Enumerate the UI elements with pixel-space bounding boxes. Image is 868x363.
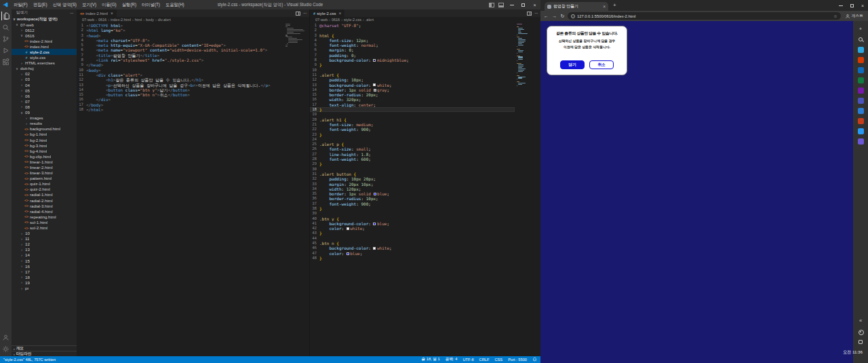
favorites-star-icon[interactable]: ☆ bbox=[833, 14, 837, 18]
tree-item-07[interactable]: ›07 bbox=[12, 98, 77, 104]
tree-item-style-css[interactable]: #style.css bbox=[12, 55, 77, 60]
tab-style-2-css[interactable]: # style-2.css × bbox=[310, 9, 344, 17]
minimap[interactable] bbox=[285, 24, 307, 47]
tree-item-bg-2-html[interactable]: <>bg-2.html bbox=[12, 137, 77, 142]
browser-maximize-button[interactable] bbox=[846, 0, 857, 11]
menu-item-1[interactable]: 편집(E) bbox=[31, 0, 50, 9]
workspace-section[interactable]: ∨ workspace(작업 영역) bbox=[12, 16, 77, 22]
tree-item-quiz-1-html[interactable]: <>quiz-1.html bbox=[12, 181, 77, 187]
tree-item-radial-4-html[interactable]: <>radial-4.html bbox=[12, 208, 77, 214]
collapse-sidebar-icon[interactable]: « bbox=[857, 317, 864, 324]
toggle-sidebar-icon[interactable] bbox=[489, 3, 494, 7]
forward-icon[interactable]: → bbox=[551, 14, 557, 18]
tree-item-pr[interactable]: ›pr bbox=[12, 286, 77, 291]
more-actions-icon[interactable]: ··· bbox=[534, 11, 538, 16]
live-server-port[interactable]: Port : 5500 bbox=[508, 358, 527, 362]
tree-item-0612[interactable]: ›0612 bbox=[12, 27, 77, 33]
browser-minimize-button[interactable] bbox=[835, 0, 846, 11]
menu-item-7[interactable]: 도움말(H) bbox=[163, 0, 187, 9]
tree-item-18[interactable]: ›18 bbox=[12, 274, 77, 280]
encoding[interactable]: UTF-8 bbox=[462, 358, 473, 362]
breadcrumb-item[interactable]: div.alert bbox=[158, 18, 171, 22]
indentation[interactable]: 공백: 4 bbox=[446, 357, 458, 362]
tree-item-radial-3-html[interactable]: <>radial-3.html bbox=[12, 203, 77, 208]
breadcrumb-item[interactable]: 0616 bbox=[332, 18, 340, 22]
tree-item-0616[interactable]: ∨0616 bbox=[12, 33, 77, 38]
tree-item-repeating-html[interactable]: <>repeating.html bbox=[12, 214, 77, 219]
tree-item-19[interactable]: ›19 bbox=[12, 280, 77, 285]
tree-item-07-web[interactable]: ∨07-web bbox=[12, 22, 77, 27]
tree-item-radial-2-html[interactable]: <>radial-2.html bbox=[12, 197, 77, 203]
tree-item-background-html[interactable]: <>background.html bbox=[12, 126, 77, 132]
address-bar[interactable]: i 127.0.0.1:5500/0616/index-2.html ☆ bbox=[568, 12, 841, 20]
copilot-icon[interactable] bbox=[858, 47, 864, 53]
split-editor-icon[interactable] bbox=[296, 12, 300, 16]
breadcrumb-item[interactable]: 07-web bbox=[315, 18, 328, 22]
tree-item-bg-1-html[interactable]: <>bg-1.html bbox=[12, 132, 77, 137]
tree-item-bg-4-html[interactable]: <>bg-4.html bbox=[12, 148, 77, 153]
tree-item-index-html[interactable]: <>index.html bbox=[12, 43, 77, 49]
source-control-icon[interactable] bbox=[1, 35, 10, 43]
add-icon[interactable]: + bbox=[857, 25, 864, 32]
tree-item-13[interactable]: ›13 bbox=[12, 247, 77, 252]
tree-item-linear-2-html[interactable]: <>linear-2.html bbox=[12, 164, 77, 170]
tree-item-09[interactable]: ∨09 bbox=[12, 110, 77, 115]
tree-item-11[interactable]: ›11 bbox=[12, 236, 77, 242]
close-tab-icon[interactable]: × bbox=[338, 11, 341, 16]
tree-item-sol-1-html[interactable]: <>sol-1.html bbox=[12, 219, 77, 225]
breadcrumb-item[interactable]: 07-web bbox=[82, 18, 94, 22]
sidebar-actions-icon[interactable]: ··· bbox=[70, 11, 73, 16]
account-icon[interactable] bbox=[1, 333, 10, 342]
onenote-icon[interactable] bbox=[858, 88, 864, 94]
tab-index-2-html[interactable]: <> index-2.html × bbox=[77, 9, 117, 17]
menu-item-3[interactable]: 보기(V) bbox=[79, 0, 99, 9]
code-editor-css[interactable]: 1@charset "UTF-8";23html {4 font-size: 1… bbox=[310, 23, 515, 261]
tree-item-html-exercises[interactable]: ›HTML exercises bbox=[12, 60, 77, 66]
notifications-bell-icon[interactable] bbox=[532, 357, 537, 362]
explorer-icon[interactable] bbox=[1, 12, 10, 20]
tree-item-06[interactable]: ›06 bbox=[12, 93, 77, 98]
tree-item-17[interactable]: ›17 bbox=[12, 269, 77, 274]
tree-item-style-2-css[interactable]: #style-2.css bbox=[12, 49, 77, 54]
breadcrumb-item[interactable]: index-2.html bbox=[111, 18, 131, 22]
tree-item-results[interactable]: ›results bbox=[12, 121, 77, 126]
menu-item-4[interactable]: 이동(G) bbox=[99, 0, 119, 9]
profile-button[interactable]: 게스트 bbox=[843, 13, 865, 19]
tree-item-03[interactable]: ›03 bbox=[12, 77, 77, 82]
tree-item-04[interactable]: ›04 bbox=[12, 82, 77, 88]
tree-item-12[interactable]: ›12 bbox=[12, 242, 77, 247]
tree-item-bg-3-html[interactable]: <>bg-3.html bbox=[12, 142, 77, 148]
menu-item-5[interactable]: 실행(R) bbox=[119, 0, 139, 9]
tree-item-08[interactable]: ›08 bbox=[12, 104, 77, 109]
cancel-button[interactable]: 취소 bbox=[589, 60, 614, 69]
menu-item-6[interactable]: 터미널(T) bbox=[139, 0, 163, 9]
workspaces-icon[interactable] bbox=[859, 340, 863, 344]
tree-item-15[interactable]: ›15 bbox=[12, 258, 77, 263]
excel-icon[interactable] bbox=[858, 77, 864, 83]
teams-icon[interactable] bbox=[858, 98, 864, 104]
minimap[interactable] bbox=[517, 24, 538, 87]
timeline-section[interactable]: › 타임라인 bbox=[12, 351, 77, 356]
site-info-icon[interactable]: i bbox=[571, 14, 575, 18]
tree-item-05[interactable]: ›05 bbox=[12, 88, 77, 93]
browser-tab[interactable]: 팝업창 만들기 × bbox=[545, 2, 608, 11]
designer-icon[interactable] bbox=[858, 118, 864, 124]
close-tab-icon[interactable]: × bbox=[603, 4, 606, 9]
vscode-app-icon[interactable] bbox=[858, 128, 864, 134]
settings-gear-icon[interactable] bbox=[1, 345, 10, 354]
back-icon[interactable]: ← bbox=[543, 14, 549, 18]
menu-item-2[interactable]: 선택 영역(S) bbox=[50, 0, 79, 9]
tree-item-index-2-html[interactable]: <>index-2.html bbox=[12, 38, 77, 43]
vscode-minimize-button[interactable] bbox=[506, 0, 517, 9]
word-icon[interactable] bbox=[858, 108, 864, 114]
search-icon[interactable] bbox=[1, 23, 10, 32]
tree-item-14[interactable]: ›14 bbox=[12, 252, 77, 258]
tree-item-02[interactable]: ›02 bbox=[12, 71, 77, 77]
toggle-panel-icon[interactable] bbox=[498, 3, 504, 7]
extensions-icon[interactable] bbox=[1, 58, 10, 66]
outlook-icon[interactable] bbox=[858, 67, 864, 73]
breadcrumb-item[interactable]: style-2.css bbox=[344, 18, 361, 22]
sidebar-settings-icon[interactable] bbox=[857, 328, 864, 335]
tree-item-16[interactable]: ›16 bbox=[12, 263, 77, 269]
language-mode[interactable]: CSS bbox=[494, 358, 502, 362]
